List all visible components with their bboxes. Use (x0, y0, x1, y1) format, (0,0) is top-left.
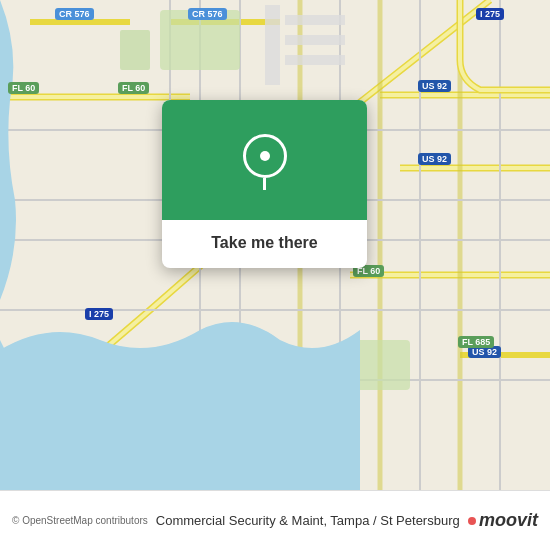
map-container: CR 576 CR 576 FL 60 FL 60 US 92 US 92 US… (0, 0, 550, 550)
popup-body: Take me there (162, 220, 367, 268)
road-label-cr576-2: CR 576 (188, 8, 227, 20)
svg-rect-5 (285, 15, 345, 25)
svg-rect-3 (120, 30, 150, 70)
road-label-cr576-1: CR 576 (55, 8, 94, 20)
pin-inner-dot (260, 151, 270, 161)
take-me-there-button[interactable]: Take me there (178, 232, 351, 254)
svg-rect-7 (285, 55, 345, 65)
pin-circle (243, 134, 287, 178)
moovit-dot (468, 517, 476, 525)
pin-tail (263, 178, 266, 190)
bottom-bar: © OpenStreetMap contributors Commercial … (0, 490, 550, 550)
road-label-us92-1: US 92 (418, 80, 451, 92)
popup-card: Take me there (162, 100, 367, 268)
location-name: Commercial Security & Maint, Tampa / St … (156, 513, 460, 528)
popup-header (162, 100, 367, 220)
moovit-logo: moovit (468, 510, 538, 531)
location-info: Commercial Security & Maint, Tampa / St … (156, 513, 468, 528)
moovit-wordmark: moovit (479, 510, 538, 531)
road-label-i275-top: I 275 (476, 8, 504, 20)
svg-rect-6 (285, 35, 345, 45)
road-label-fl685: FL 685 (458, 336, 494, 348)
location-pin-icon (243, 134, 287, 186)
road-label-us92-2: US 92 (418, 153, 451, 165)
road-label-fl60-1: FL 60 (8, 82, 39, 94)
road-label-fl60-2: FL 60 (118, 82, 149, 94)
svg-rect-4 (265, 5, 280, 85)
road-label-i275-2: I 275 (85, 308, 113, 320)
map-attribution: © OpenStreetMap contributors (12, 515, 148, 526)
